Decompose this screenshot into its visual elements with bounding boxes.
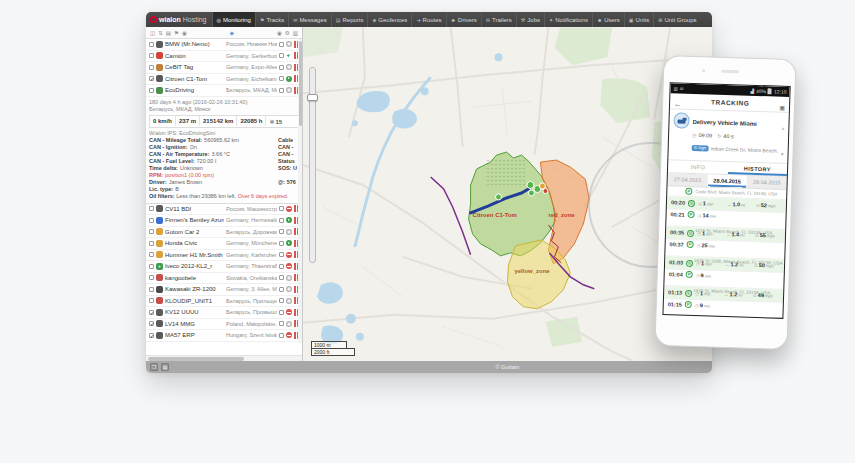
nav-item[interactable]: ✦ Notifications [544,12,592,27]
track-checkbox[interactable] [279,65,284,70]
nav-item[interactable]: ✉ Messages [288,12,331,27]
unit-checkbox[interactable] [149,287,154,292]
map-zoom-slider[interactable] [309,67,316,263]
track-checkbox[interactable] [279,275,284,280]
nav-item[interactable]: ⚒ Jobs [516,12,544,27]
nav-item[interactable]: ⚑ Tracks [255,12,288,27]
nav-item[interactable]: ⊟ Trailers [481,12,516,27]
track-checkbox[interactable] [279,287,284,292]
unit-row[interactable]: BMW (Mr.Nemo) Россия, Нижняя Новг... [146,39,302,51]
parking-icon [687,241,694,248]
track-checkbox[interactable] [279,76,284,81]
unit-row[interactable]: Honda Civic Germany, Münchener St... [146,238,302,250]
motion-status-icon [286,87,292,93]
track-checkbox[interactable] [279,88,284,93]
unit-checkbox[interactable] [149,42,154,47]
unit-checkbox[interactable] [149,88,154,93]
unit-checkbox[interactable] [149,264,154,269]
flag-icon[interactable]: ⚑ [174,30,179,36]
unit-row[interactable]: kangoobele Slovakia, Orešianska, R... [146,273,302,285]
track-checkbox[interactable] [279,53,284,58]
track-checkbox[interactable] [279,252,284,257]
track-checkbox[interactable] [279,333,284,338]
trip-distance: 1.4mi [726,231,752,238]
grid-icon[interactable]: ▦ [161,363,169,371]
unit-checkbox[interactable] [149,65,154,70]
motion-state-icon[interactable]: ⚙ [285,30,290,36]
history-parking-row[interactable]: 01:15 9min 1675 St, Miami Beach, FL 3313… [663,299,782,318]
collapse-icon[interactable] [782,116,785,134]
date-next[interactable]: 29.04.2015 [747,176,787,189]
unit-name: LV14 MMG [165,321,224,327]
unit-checkbox[interactable] [149,53,154,58]
nav-menu: ◎ Monitoring ⚑ Tracks ✉ Messages ▤ Repor… [212,12,701,27]
track-checkbox[interactable] [279,42,284,47]
track-checkbox[interactable] [279,264,284,269]
nav-item[interactable]: ◎ Monitoring [212,12,255,27]
unit-row[interactable]: + MB E-6411 Ford Germany, Alte Kronsber.… [146,342,302,344]
unit-row[interactable]: Hummer H1 Mr.Smith Germany, Karlsruher S… [146,250,302,262]
tab-history[interactable]: HISTORY [727,162,787,176]
toggle-panel-icon[interactable]: ❐ [150,363,158,371]
date-current[interactable]: 28.04.2015 [707,174,747,187]
track-checkbox[interactable] [279,298,284,303]
track-checkbox[interactable] [279,206,284,211]
eye-icon[interactable]: ◉ [182,30,187,36]
visibility-icon[interactable]: ◉ [277,30,282,36]
unit-checkbox[interactable] [149,275,154,280]
data-accuracy-icon[interactable]: ▥ [293,30,298,36]
nav-item[interactable]: ▤ Reports [331,12,368,27]
nav-item[interactable]: ⊞ Unit Groups [653,12,700,27]
vehicle-icon [156,332,163,339]
nav-item-label: Messages [299,17,326,23]
unit-card[interactable]: Delivery Vehicle Miami 09:09 40 s S sign… [668,109,789,164]
track-checkbox[interactable] [279,229,284,234]
track-checkbox[interactable] [279,321,284,326]
nav-item[interactable]: ☻ Drivers [446,12,481,27]
sort-icon[interactable]: ⇅ [158,30,163,36]
unit-row[interactable]: CV11 BDI Россия, Машиностроит... [146,204,302,216]
track-checkbox[interactable] [279,218,284,223]
list-settings-icon[interactable]: ▤ [166,30,171,36]
unit-row[interactable]: Firmen's Bentley Azure Germany, Hermesal… [146,215,302,227]
unit-checkbox[interactable] [149,241,154,246]
unit-row[interactable]: Citroen C1-Tom Germany, Eichelkampstr... [146,74,302,86]
nav-item[interactable]: ☻ Users [592,12,624,27]
unit-name: Firmen's Bentley Azure [165,217,224,223]
unit-checkbox[interactable] [149,298,154,303]
unit-row[interactable]: KV12 UUUU Беларусь, Промышлен... [146,307,302,319]
app-logo[interactable]: wialonHosting [146,12,212,27]
unit-checkbox[interactable] [149,333,154,338]
vehicle-icon [156,87,163,94]
unit-row[interactable]: CeBIT Tag Germany, Expo-Allee, M... [146,62,302,74]
date-prev[interactable]: 27.04.2015 [668,173,708,186]
zoom-slider-handle[interactable] [307,94,318,101]
unit-row[interactable]: Gutom Car 2 Беларусь, Дорожная у... [146,227,302,239]
nav-item[interactable]: ➔ Routes [411,12,445,27]
track-checkbox[interactable] [279,241,284,246]
add-unit-icon[interactable]: ◫ [150,30,155,36]
unit-row[interactable]: LV14 MMG Poland, Małopolskie, Wol... [146,319,302,331]
unit-row[interactable]: MA57 ERP Hungary, Szent István ú... [146,330,302,342]
unit-checkbox[interactable] [149,218,154,223]
unit-row[interactable]: + Iveco 2012-KL2_r Germany, Thaerstraße … [146,261,302,273]
nav-item[interactable]: ▣ Units [624,12,653,27]
chevron-down-icon[interactable] [781,142,784,160]
target-icon[interactable]: ◈ [230,29,235,36]
unit-checkbox[interactable] [149,252,154,257]
tab-info[interactable]: INFO [668,160,728,174]
track-checkbox[interactable] [279,310,284,315]
unit-checkbox[interactable] [149,229,154,234]
sidebar-vertical-scrollbar[interactable] [298,39,302,343]
unit-row[interactable]: KLOUDIP_UNIT1 Беларусь, Прильщено... [146,296,302,308]
unit-row[interactable]: Kawasaki ZR-1200 Germany, 3. Allee, Mitt… [146,284,302,296]
unit-checkbox[interactable] [149,76,154,81]
map-view-icon[interactable] [779,95,785,113]
unit-row[interactable]: Camión Germany, Gerkerburgst... [146,51,302,63]
unit-row[interactable]: EcoDriving Беларусь, МКАД, Минск [146,85,302,97]
unit-checkbox[interactable] [149,310,154,315]
unit-checkbox[interactable] [149,321,154,326]
nav-item[interactable]: ◈ Geofences [367,12,411,27]
unit-location: Hungary, Szent István ú... [226,332,277,338]
unit-checkbox[interactable] [149,206,154,211]
